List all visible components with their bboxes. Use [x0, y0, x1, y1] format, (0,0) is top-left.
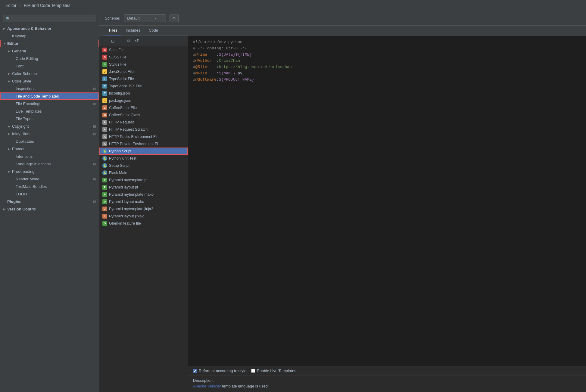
sidebar-item-appearance[interactable]: ▶ Appearance & Behavior: [0, 25, 99, 32]
sidebar-item-label: Code Style: [12, 79, 31, 83]
arrow-icon: ▶: [8, 147, 12, 151]
sidebar-item-emmet[interactable]: ▶ Emmet: [0, 145, 99, 153]
sidebar-item-label: Reader Mode: [16, 177, 39, 181]
sidebar-item-file-encodings[interactable]: File Encodings ⊞: [0, 100, 99, 107]
file-item[interactable]: 🐍 Flask Main: [99, 169, 188, 176]
file-icon: J: [102, 214, 107, 219]
sidebar-item-language-injections[interactable]: Language Injections ⊞: [0, 160, 99, 168]
file-item-label: TypeScript JSX File: [109, 84, 142, 88]
scheme-value: Default: [127, 16, 139, 20]
sidebar-item-inspections[interactable]: Inspections ⊞: [0, 85, 99, 92]
sidebar-item-code-editing[interactable]: Code Editing: [0, 55, 99, 62]
file-item[interactable]: G Gherkin feature file: [99, 220, 188, 227]
file-item-label: HTTP Request Scratch: [109, 127, 148, 132]
tab-includes[interactable]: Includes: [121, 26, 144, 36]
sidebar-item-label: Live Templates: [16, 109, 42, 114]
search-box[interactable]: 🔍: [3, 15, 96, 22]
file-item[interactable]: A HTTP Public Environment Fil: [99, 133, 188, 140]
sidebar-item-plugins[interactable]: Plugins ⊞: [0, 198, 99, 205]
file-item[interactable]: 🐍 Python Unit Test: [99, 155, 188, 162]
sidebar-item-label: File Encodings: [16, 101, 41, 106]
file-item[interactable]: P Pyramid mytemplate pt: [99, 176, 188, 184]
file-item-label: HTTP Request: [109, 120, 134, 124]
arrow-icon: ▶: [8, 79, 12, 83]
sidebar-item-file-types[interactable]: File Types: [0, 115, 99, 123]
sidebar-item-label: Inspections: [16, 86, 36, 91]
file-item[interactable]: S SCSS File: [99, 54, 188, 61]
sidebar-item-reader-mode[interactable]: Reader Mode ⊞: [0, 175, 99, 183]
remove-button[interactable]: −: [118, 38, 123, 44]
sidebar-item-proofreading[interactable]: ▶ Proofreading: [0, 168, 99, 175]
copy-button[interactable]: ⊡: [110, 38, 116, 44]
sidebar-item-font[interactable]: Font: [0, 62, 99, 70]
file-item[interactable]: A HTTP Private Environment Fi: [99, 140, 188, 148]
file-item[interactable]: J Pyramid layout jinja2: [99, 213, 188, 220]
file-item[interactable]: C CoffeeScript Class: [99, 111, 188, 119]
file-item-label: TypeScript File: [109, 77, 134, 81]
arrow-icon: ▶: [8, 72, 12, 75]
top-bar: Editor › File and Code Templates: [0, 0, 586, 11]
file-icon: S: [102, 55, 107, 60]
file-item-python-script[interactable]: 🐍 Python Script: [99, 148, 188, 155]
settings-icon: ⊞: [93, 87, 96, 91]
sidebar-item-copyright[interactable]: ▶ Copyright ⊞: [0, 123, 99, 130]
search-input[interactable]: [12, 16, 93, 21]
sidebar-item-version-control[interactable]: ▶ Version Control: [0, 205, 99, 213]
file-list-panel: + ⊡ − ⧉ ↺ S Sass File S SCSS File: [99, 36, 188, 392]
settings-icon: ⊞: [93, 102, 96, 106]
reformat-checkbox[interactable]: [193, 369, 197, 373]
file-item[interactable]: 🐍 Setup Script: [99, 162, 188, 169]
sidebar-item-label: Proofreading: [12, 169, 34, 174]
file-item-label: SCSS File: [109, 55, 126, 59]
sidebar-item-todo[interactable]: TODO: [0, 190, 99, 198]
sidebar-item-label: Font: [16, 64, 23, 68]
file-item[interactable]: J JavaScript File: [99, 68, 188, 75]
sidebar-item-keymap[interactable]: Keymap: [0, 32, 99, 40]
sidebar-item-inlay-hints[interactable]: ▶ Inlay Hints ⊞: [0, 130, 99, 138]
duplicate-button[interactable]: ⧉: [126, 38, 131, 44]
file-item-label: Stylus File: [109, 62, 126, 67]
tabs-bar: Files Includes Code: [99, 26, 586, 36]
sidebar-item-editor[interactable]: ▼ Editor: [0, 40, 99, 47]
sidebar-item-code-style[interactable]: ▶ Code Style: [0, 77, 99, 85]
file-item[interactable]: A HTTP Request: [99, 119, 188, 126]
file-item[interactable]: S Stylus File: [99, 61, 188, 68]
sidebar-item-textmate-bundles[interactable]: TextMate Bundles: [0, 183, 99, 190]
add-button[interactable]: +: [102, 38, 108, 44]
tab-code[interactable]: Code: [145, 26, 162, 36]
file-item-label: Pyramid layout pt: [109, 185, 138, 189]
sidebar-item-label: Keymap: [12, 34, 26, 38]
file-item[interactable]: J Pyramid mytemplate jinja2: [99, 205, 188, 213]
apache-velocity-link[interactable]: Apache Velocity: [193, 384, 221, 388]
sidebar-item-label: Emmet: [12, 147, 24, 151]
reset-button[interactable]: ↺: [134, 37, 140, 44]
file-item[interactable]: A HTTP Request Scratch: [99, 126, 188, 133]
sidebar-item-color-scheme[interactable]: ▶ Color Scheme: [0, 70, 99, 77]
file-item[interactable]: S Sass File: [99, 46, 188, 54]
file-item[interactable]: P Pyramid layout pt: [99, 184, 188, 191]
sidebar-item-general[interactable]: ▶ General: [0, 47, 99, 55]
file-item[interactable]: T tsconfig.json: [99, 90, 188, 97]
file-item[interactable]: J package.json: [99, 97, 188, 104]
sidebar-item-file-and-code-templates[interactable]: File and Code Templates: [0, 92, 99, 100]
sidebar-item-intentions[interactable]: Intentions: [0, 153, 99, 160]
code-content[interactable]: #!/usr/bin/env python # -*- coding: utf-…: [188, 36, 586, 366]
gear-button[interactable]: ⚙: [170, 14, 179, 22]
reformat-checkbox-row[interactable]: Reformat according to style: [193, 369, 246, 373]
sidebar-item-duplicates[interactable]: Duplicates: [0, 138, 99, 145]
live-templates-checkbox[interactable]: [251, 369, 255, 373]
file-item[interactable]: T TypeScript File: [99, 75, 188, 82]
file-item[interactable]: P Pyramid layout mako: [99, 198, 188, 205]
sidebar-item-label: Color Scheme: [12, 71, 37, 76]
file-item[interactable]: C CoffeeScript File: [99, 104, 188, 111]
sidebar-item-label: Inlay Hints: [12, 132, 30, 136]
file-item[interactable]: T TypeScript JSX File: [99, 82, 188, 90]
scheme-dropdown[interactable]: Default ▾: [124, 14, 166, 22]
settings-icon: ⊞: [93, 177, 96, 181]
live-templates-checkbox-row[interactable]: Enable Live Templates: [251, 369, 296, 373]
file-item[interactable]: P Pyramid mytemplate mako: [99, 191, 188, 198]
sidebar-item-live-templates[interactable]: Live Templates: [0, 107, 99, 115]
tab-files[interactable]: Files: [105, 26, 121, 36]
sidebar-item-label: Version Control: [7, 207, 36, 211]
description-text: Apache Velocity template language is use…: [193, 384, 581, 388]
